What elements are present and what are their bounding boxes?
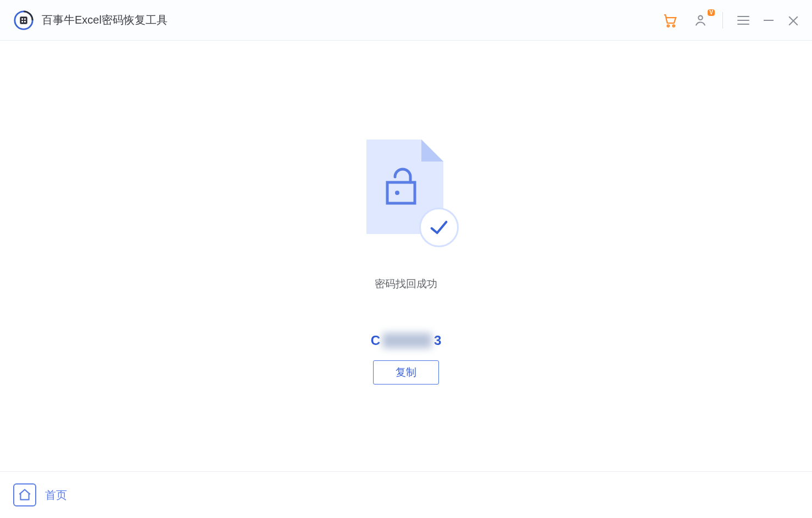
app-header: 百事牛Excel密码恢复工具 V (0, 0, 812, 41)
svg-rect-5 (24, 20, 26, 22)
svg-rect-3 (24, 18, 26, 20)
svg-rect-2 (21, 18, 23, 20)
copy-button[interactable]: 复制 (373, 360, 439, 385)
password-suffix: 3 (434, 333, 441, 348)
svg-rect-1 (20, 16, 27, 24)
header-right: V (662, 12, 799, 29)
close-button[interactable] (788, 15, 799, 26)
app-title: 百事牛Excel密码恢复工具 (42, 13, 168, 27)
svg-point-10 (395, 191, 399, 195)
cart-icon[interactable] (662, 12, 678, 29)
check-success-icon (419, 208, 459, 247)
minimize-button[interactable] (764, 20, 774, 21)
header-left: 百事牛Excel密码恢复工具 (13, 10, 168, 31)
success-illustration (357, 140, 455, 244)
menu-icon[interactable] (737, 16, 749, 25)
main-content: 密码找回成功 C 3 复制 (0, 41, 812, 471)
svg-point-7 (673, 25, 675, 27)
password-prefix: C (371, 333, 380, 348)
header-divider (722, 12, 723, 29)
home-icon[interactable] (13, 483, 36, 506)
svg-point-8 (698, 15, 702, 19)
success-message: 密码找回成功 (375, 277, 437, 291)
home-label[interactable]: 首页 (45, 488, 67, 503)
user-account-icon[interactable]: V (693, 13, 708, 28)
svg-point-6 (668, 25, 670, 27)
svg-rect-4 (21, 20, 23, 22)
recovered-password: C 3 (371, 333, 442, 348)
vip-badge: V (708, 9, 715, 16)
app-logo-icon (13, 10, 34, 31)
footer-bar: 首页 (0, 471, 812, 518)
password-masked-middle (382, 333, 432, 348)
